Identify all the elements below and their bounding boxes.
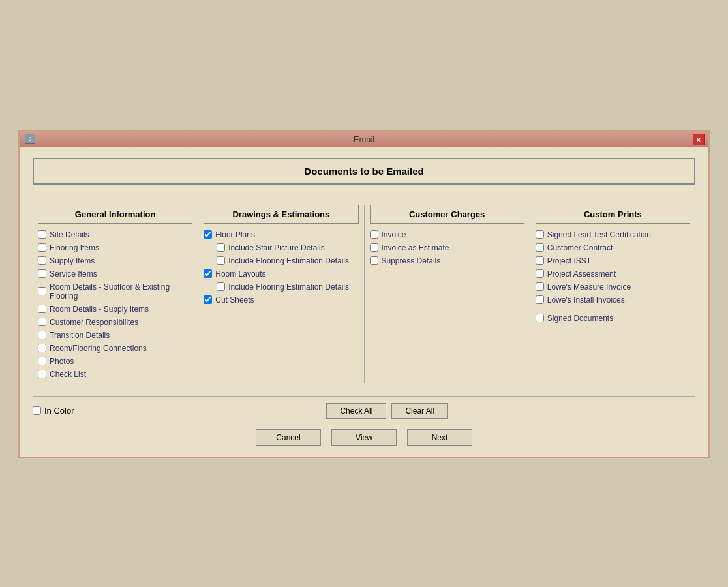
invoice-as-estimate-checkbox[interactable]	[370, 243, 378, 252]
in-color-label[interactable]: In Color	[44, 406, 74, 415]
project-assessment-label[interactable]: Project Assessment	[547, 269, 616, 278]
project-isst-label[interactable]: Project ISST	[547, 256, 591, 265]
cancel-button[interactable]: Cancel	[256, 429, 321, 446]
list-item: Room Details - Subfloor & Existing Floor…	[38, 282, 192, 301]
list-item: Room Layouts	[204, 269, 358, 278]
photos-label[interactable]: Photos	[50, 357, 74, 366]
include-flooring-estimation2-checkbox[interactable]	[217, 282, 225, 291]
list-item: Supply Items	[38, 256, 192, 265]
customer-responsibilities-label[interactable]: Customer Responsibilites	[50, 318, 138, 327]
service-items-checkbox[interactable]	[38, 269, 46, 278]
transition-details-checkbox[interactable]	[38, 331, 46, 339]
list-item: Room Details - Supply Items	[38, 305, 192, 314]
photos-checkbox[interactable]	[38, 357, 46, 365]
list-item: Lowe's Install Invoices	[536, 295, 690, 305]
suppress-details-checkbox[interactable]	[370, 256, 378, 265]
check-list-checkbox[interactable]	[38, 370, 46, 378]
check-all-row: In Color Check All Clear All	[33, 403, 695, 419]
lowes-install-invoices-checkbox[interactable]	[536, 295, 544, 304]
lowes-measure-invoice-label[interactable]: Lowe's Measure Invoice	[547, 282, 631, 292]
column-drawings: Drawings & Estimations Floor Plans Inclu…	[198, 205, 364, 383]
list-item: Customer Contract	[536, 243, 690, 252]
project-assessment-checkbox[interactable]	[536, 269, 544, 278]
include-stair-picture-label[interactable]: Include Stair Picture Details	[228, 243, 324, 252]
customer-contract-checkbox[interactable]	[536, 243, 544, 252]
next-button[interactable]: Next	[407, 429, 472, 446]
list-item: Room/Flooring Connections	[38, 344, 192, 353]
invoice-checkbox[interactable]	[370, 230, 378, 239]
list-item: Invoice as Estimate	[370, 243, 524, 252]
list-item: Check List	[38, 370, 192, 379]
signed-lead-test-checkbox[interactable]	[536, 230, 544, 239]
suppress-details-label[interactable]: Suppress Details	[382, 256, 441, 265]
close-button[interactable]: ×	[693, 134, 705, 145]
room-flooring-connections-label[interactable]: Room/Flooring Connections	[50, 344, 147, 353]
list-item: Transition Details	[38, 331, 192, 340]
service-items-label[interactable]: Service Items	[50, 269, 97, 278]
flooring-items-label[interactable]: Flooring Items	[50, 243, 99, 252]
cut-sheets-label[interactable]: Cut Sheets	[215, 295, 254, 305]
room-flooring-connections-checkbox[interactable]	[38, 344, 46, 352]
view-button[interactable]: View	[331, 429, 397, 446]
include-flooring-estimation1-checkbox[interactable]	[217, 256, 225, 265]
column-customer: Customer Charges Invoice Invoice as Esti…	[365, 205, 530, 383]
signed-lead-test-label[interactable]: Signed Lead Test Certification	[547, 230, 651, 239]
list-item: Service Items	[38, 269, 192, 278]
cut-sheets-checkbox[interactable]	[204, 295, 212, 304]
supply-items-checkbox[interactable]	[38, 256, 46, 265]
signed-documents-checkbox[interactable]	[536, 314, 544, 322]
list-item: Project ISST	[536, 256, 690, 265]
check-all-button[interactable]: Check All	[326, 403, 386, 419]
site-details-label[interactable]: Site Details	[50, 230, 89, 239]
room-details-supply-label[interactable]: Room Details - Supply Items	[50, 305, 149, 314]
check-list-label[interactable]: Check List	[50, 370, 86, 379]
invoice-label[interactable]: Invoice	[382, 230, 406, 239]
signed-documents-label[interactable]: Signed Documents	[547, 314, 613, 323]
customer-header: Customer Charges	[370, 205, 524, 224]
customer-contract-label[interactable]: Customer Contract	[547, 243, 613, 252]
room-details-subfloor-label[interactable]: Room Details - Subfloor & Existing Floor…	[50, 282, 192, 301]
email-window: J Email × Documents to be Emailed Genera…	[18, 130, 710, 458]
include-flooring-estimation2-label[interactable]: Include Flooring Estimation Details	[228, 282, 349, 292]
in-color-checkbox[interactable]	[33, 406, 41, 415]
room-layouts-checkbox[interactable]	[204, 269, 212, 278]
customer-responsibilities-checkbox[interactable]	[38, 318, 46, 326]
list-item: Project Assessment	[536, 269, 690, 278]
general-header: General Information	[38, 205, 192, 224]
in-color-area: In Color	[33, 406, 74, 415]
floor-plans-label[interactable]: Floor Plans	[215, 230, 255, 239]
list-item: Include Flooring Estimation Details	[204, 282, 358, 292]
include-flooring-estimation1-label[interactable]: Include Flooring Estimation Details	[228, 256, 349, 265]
flooring-items-checkbox[interactable]	[38, 243, 46, 252]
list-item: Photos	[38, 357, 192, 366]
list-item: Include Stair Picture Details	[204, 243, 358, 252]
list-item: Cut Sheets	[204, 295, 358, 305]
supply-items-label[interactable]: Supply Items	[50, 256, 95, 265]
list-item: Floor Plans	[204, 230, 358, 239]
include-stair-picture-checkbox[interactable]	[217, 243, 225, 252]
site-details-checkbox[interactable]	[38, 230, 46, 239]
column-custom: Custom Prints Signed Lead Test Certifica…	[530, 205, 695, 383]
invoice-as-estimate-label[interactable]: Invoice as Estimate	[382, 243, 449, 252]
docs-header: Documents to be Emailed	[33, 158, 695, 185]
list-item: Signed Documents	[536, 314, 690, 323]
title-bar: J Email ×	[20, 131, 708, 147]
project-isst-checkbox[interactable]	[536, 256, 544, 265]
window-body: Documents to be Emailed General Informat…	[20, 147, 708, 457]
room-details-supply-checkbox[interactable]	[38, 305, 46, 313]
list-item: Invoice	[370, 230, 524, 239]
column-general: General Information Site Details Floorin…	[33, 205, 198, 383]
list-item: Site Details	[38, 230, 192, 239]
window-title: Email	[354, 134, 375, 144]
lowes-measure-invoice-checkbox[interactable]	[536, 282, 544, 291]
list-item: Lowe's Measure Invoice	[536, 282, 690, 292]
transition-details-label[interactable]: Transition Details	[50, 331, 110, 340]
lowes-install-invoices-label[interactable]: Lowe's Install Invoices	[547, 295, 625, 305]
floor-plans-checkbox[interactable]	[204, 230, 212, 239]
room-layouts-label[interactable]: Room Layouts	[215, 269, 265, 278]
clear-all-button[interactable]: Clear All	[391, 403, 448, 419]
drawings-header: Drawings & Estimations	[204, 205, 358, 224]
room-details-subfloor-checkbox[interactable]	[38, 287, 46, 295]
custom-header: Custom Prints	[536, 205, 690, 224]
bottom-section: In Color Check All Clear All Cancel View…	[33, 396, 695, 446]
